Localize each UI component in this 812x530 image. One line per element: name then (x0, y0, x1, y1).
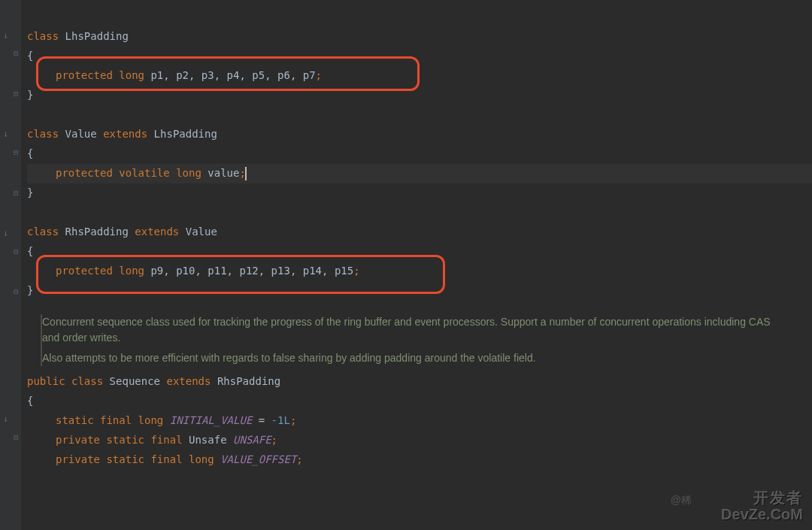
brace: { (27, 144, 33, 164)
number-literal: -1L (271, 411, 290, 431)
override-marker-icon: ↓ (3, 126, 8, 142)
fold-start-icon[interactable]: ⊟ (14, 146, 18, 160)
fold-end-icon[interactable]: ⊟ (14, 87, 18, 101)
modifier: private static final (56, 450, 189, 470)
keyword: class (27, 223, 65, 242)
watermark-cn: 开发者 (721, 489, 803, 506)
gutter: ↓ ⊟ ⊟ ↓ ⊟ ⊟ ↓ ⊟ ⊟ ↓ ⊟ (0, 0, 21, 530)
keyword: extends (166, 372, 217, 392)
type: long (176, 164, 201, 183)
code-line[interactable]: } (27, 86, 812, 105)
code-line[interactable]: } (27, 281, 812, 301)
brace: } (27, 86, 33, 105)
javadoc-rendered: Concurrent sequence class used for track… (41, 314, 777, 366)
code-line[interactable]: private static final long VALUE_OFFSET; (27, 450, 812, 470)
class-name: Value (65, 125, 104, 144)
brace: { (27, 242, 33, 262)
code-line[interactable]: protected long p1, p2, p3, p4, p5, p6, p… (27, 66, 812, 86)
code-line[interactable]: { (27, 144, 812, 164)
code-line[interactable]: class RhsPadding extends Value (27, 223, 812, 242)
code-line[interactable] (27, 203, 812, 223)
code-line[interactable]: class Value extends LhsPadding (27, 125, 812, 144)
class-name: RhsPadding (65, 223, 135, 242)
code-line-active[interactable]: protected volatile long value; (27, 164, 812, 183)
doc-paragraph: Concurrent sequence class used for track… (42, 314, 777, 346)
keyword: class (27, 27, 65, 47)
type: long (119, 66, 144, 86)
brace: } (27, 183, 33, 203)
keyword: class (27, 125, 65, 144)
code-line[interactable]: { (27, 242, 812, 262)
code-editor[interactable]: ↓ ⊟ ⊟ ↓ ⊟ ⊟ ↓ ⊟ ⊟ ↓ ⊟ class LhsPadding {… (0, 0, 812, 530)
brace: { (27, 47, 33, 66)
code-line[interactable] (27, 105, 812, 125)
code-line[interactable]: static final long INITIAL_VALUE = -1L; (27, 411, 812, 431)
keyword: extends (103, 125, 153, 144)
semicolon: ; (290, 411, 296, 431)
class-name: LhsPadding (65, 27, 129, 47)
field-names: p9, p10, p11, p12, p13, p14, p15 (144, 262, 353, 281)
parent-class: RhsPadding (217, 372, 280, 392)
modifier: public (27, 372, 71, 392)
modifier: protected (56, 66, 119, 86)
code-line[interactable]: } (27, 183, 812, 203)
site-watermark: 开发者 DevZe.CoM (721, 489, 803, 522)
type: long (138, 411, 170, 431)
fold-start-icon[interactable]: ⊟ (14, 431, 18, 445)
keyword: class (71, 372, 110, 392)
author-watermark: @稀 (671, 491, 692, 510)
code-line[interactable]: private static final Unsafe UNSAFE; (27, 431, 812, 450)
parent-class: LhsPadding (154, 125, 217, 144)
semicolon: ; (296, 450, 302, 470)
code-line[interactable]: public class Sequence extends RhsPadding (27, 372, 812, 392)
constant-name: UNSAFE (233, 431, 271, 450)
type: long (119, 262, 144, 281)
fold-end-icon[interactable]: ⊟ (14, 285, 18, 299)
modifier: static final (56, 411, 138, 431)
override-marker-icon: ↓ (3, 410, 8, 427)
field-names: p1, p2, p3, p4, p5, p6, p7 (144, 66, 316, 86)
override-marker-icon: ↓ (3, 27, 8, 44)
eq: = (252, 411, 271, 431)
constant-name: INITIAL_VALUE (170, 411, 253, 431)
constant-name: VALUE_OFFSET (220, 450, 296, 470)
brace: { (27, 392, 33, 411)
text-cursor (245, 167, 247, 180)
modifier: protected volatile (56, 164, 176, 183)
field-names: value (201, 164, 240, 183)
parent-class: Value (186, 223, 217, 242)
semicolon: ; (316, 66, 322, 86)
keyword: extends (135, 223, 185, 242)
code-line[interactable]: class LhsPadding (27, 27, 812, 47)
semicolon: ; (353, 262, 359, 281)
code-content[interactable]: class LhsPadding { protected long p1, p2… (21, 0, 812, 530)
fold-end-icon[interactable]: ⊟ (14, 186, 18, 201)
doc-paragraph: Also attempts to be more efficient with … (42, 350, 777, 366)
class-name: Sequence (110, 372, 167, 392)
fold-start-icon[interactable]: ⊟ (14, 47, 18, 61)
semicolon: ; (271, 431, 277, 450)
type: long (189, 450, 220, 470)
type: Unsafe (189, 431, 233, 450)
code-line[interactable]: { (27, 392, 812, 411)
code-line[interactable]: { (27, 47, 812, 66)
override-marker-icon: ↓ (3, 225, 8, 241)
watermark-en: DevZe.CoM (721, 506, 803, 522)
code-line[interactable] (27, 8, 812, 27)
modifier: private static final (56, 431, 189, 450)
code-line[interactable]: protected long p9, p10, p11, p12, p13, p… (27, 262, 812, 281)
fold-start-icon[interactable]: ⊟ (14, 245, 18, 259)
modifier: protected (56, 262, 119, 281)
brace: } (27, 281, 33, 301)
